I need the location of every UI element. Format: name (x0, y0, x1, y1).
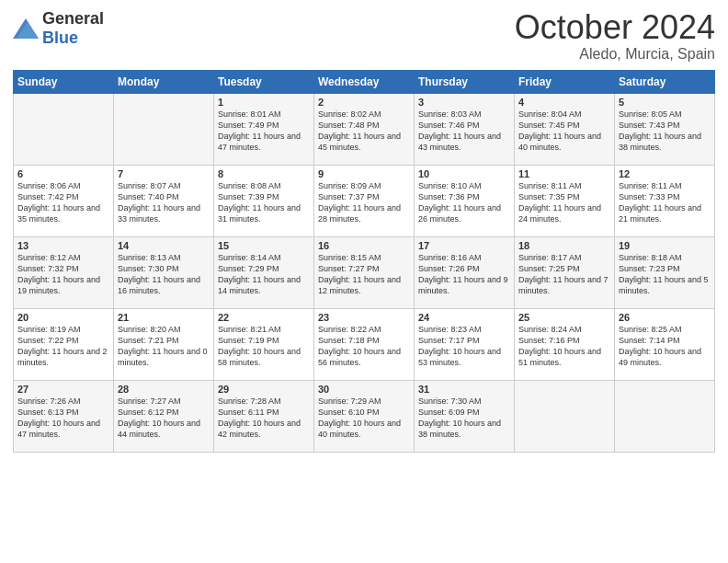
day-number: 19 (619, 240, 711, 251)
day-number: 27 (17, 384, 109, 395)
calendar-week-row: 1Sunrise: 8:01 AM Sunset: 7:49 PM Daylig… (14, 93, 715, 165)
calendar-cell: 29Sunrise: 7:28 AM Sunset: 6:11 PM Dayli… (214, 380, 314, 452)
logo-blue: Blue (42, 29, 78, 47)
day-info: Sunrise: 8:05 AM Sunset: 7:43 PM Dayligh… (619, 109, 711, 154)
day-info: Sunrise: 7:26 AM Sunset: 6:13 PM Dayligh… (17, 396, 109, 441)
day-number: 8 (218, 168, 310, 179)
col-thursday: Thursday (415, 70, 515, 93)
day-number: 23 (318, 312, 410, 323)
day-info: Sunrise: 8:17 AM Sunset: 7:25 PM Dayligh… (518, 252, 610, 297)
calendar-cell: 1Sunrise: 8:01 AM Sunset: 7:49 PM Daylig… (214, 93, 314, 165)
col-friday: Friday (515, 70, 615, 93)
calendar-cell: 22Sunrise: 8:21 AM Sunset: 7:19 PM Dayli… (214, 308, 314, 380)
calendar-cell: 4Sunrise: 8:04 AM Sunset: 7:45 PM Daylig… (515, 93, 615, 165)
calendar-cell: 27Sunrise: 7:26 AM Sunset: 6:13 PM Dayli… (14, 380, 114, 452)
calendar-cell: 6Sunrise: 8:06 AM Sunset: 7:42 PM Daylig… (14, 165, 114, 236)
day-number: 20 (17, 312, 109, 323)
col-saturday: Saturday (615, 70, 715, 93)
calendar-cell: 21Sunrise: 8:20 AM Sunset: 7:21 PM Dayli… (114, 308, 214, 380)
day-info: Sunrise: 8:15 AM Sunset: 7:27 PM Dayligh… (318, 252, 410, 297)
day-number: 3 (418, 97, 510, 108)
calendar-cell: 5Sunrise: 8:05 AM Sunset: 7:43 PM Daylig… (615, 93, 715, 165)
day-number: 18 (518, 240, 610, 251)
calendar-cell: 3Sunrise: 8:03 AM Sunset: 7:46 PM Daylig… (415, 93, 515, 165)
day-info: Sunrise: 8:06 AM Sunset: 7:42 PM Dayligh… (17, 180, 109, 225)
day-info: Sunrise: 8:07 AM Sunset: 7:40 PM Dayligh… (118, 180, 210, 225)
col-sunday: Sunday (14, 70, 114, 93)
day-number: 16 (318, 240, 410, 251)
day-number: 21 (118, 312, 210, 323)
day-number: 13 (17, 240, 109, 251)
col-wednesday: Wednesday (314, 70, 415, 93)
calendar-cell: 26Sunrise: 8:25 AM Sunset: 7:14 PM Dayli… (615, 308, 715, 380)
calendar-week-row: 6Sunrise: 8:06 AM Sunset: 7:42 PM Daylig… (14, 165, 715, 236)
day-number: 11 (518, 168, 610, 179)
location-title: Aledo, Murcia, Spain (515, 46, 715, 63)
day-number: 9 (318, 168, 410, 179)
calendar-cell: 25Sunrise: 8:24 AM Sunset: 7:16 PM Dayli… (515, 308, 615, 380)
page: General Blue October 2024 Aledo, Murcia,… (0, 0, 728, 563)
day-info: Sunrise: 8:25 AM Sunset: 7:14 PM Dayligh… (619, 324, 711, 369)
calendar-week-row: 20Sunrise: 8:19 AM Sunset: 7:22 PM Dayli… (14, 308, 715, 380)
calendar-cell: 10Sunrise: 8:10 AM Sunset: 7:36 PM Dayli… (415, 165, 515, 236)
calendar-cell: 15Sunrise: 8:14 AM Sunset: 7:29 PM Dayli… (214, 236, 314, 308)
calendar-cell: 23Sunrise: 8:22 AM Sunset: 7:18 PM Dayli… (314, 308, 415, 380)
day-info: Sunrise: 8:02 AM Sunset: 7:48 PM Dayligh… (318, 109, 410, 154)
day-number: 7 (118, 168, 210, 179)
calendar-week-row: 27Sunrise: 7:26 AM Sunset: 6:13 PM Dayli… (14, 380, 715, 452)
logo-icon (13, 18, 39, 39)
calendar-cell: 30Sunrise: 7:29 AM Sunset: 6:10 PM Dayli… (314, 380, 415, 452)
calendar-cell (615, 380, 715, 452)
day-number: 12 (619, 168, 711, 179)
day-info: Sunrise: 8:01 AM Sunset: 7:49 PM Dayligh… (218, 109, 310, 154)
day-info: Sunrise: 8:24 AM Sunset: 7:16 PM Dayligh… (518, 324, 610, 369)
calendar-cell: 24Sunrise: 8:23 AM Sunset: 7:17 PM Dayli… (415, 308, 515, 380)
day-number: 24 (418, 312, 510, 323)
day-number: 6 (17, 168, 109, 179)
day-number: 4 (518, 97, 610, 108)
calendar-cell: 28Sunrise: 7:27 AM Sunset: 6:12 PM Dayli… (114, 380, 214, 452)
logo-text: General Blue (42, 9, 104, 48)
day-info: Sunrise: 7:27 AM Sunset: 6:12 PM Dayligh… (118, 396, 210, 441)
day-info: Sunrise: 8:04 AM Sunset: 7:45 PM Dayligh… (518, 109, 610, 154)
day-number: 10 (418, 168, 510, 179)
header: General Blue October 2024 Aledo, Murcia,… (13, 9, 715, 63)
calendar-cell: 31Sunrise: 7:30 AM Sunset: 6:09 PM Dayli… (415, 380, 515, 452)
day-info: Sunrise: 8:03 AM Sunset: 7:46 PM Dayligh… (418, 109, 510, 154)
day-number: 25 (518, 312, 610, 323)
calendar-cell: 12Sunrise: 8:11 AM Sunset: 7:33 PM Dayli… (615, 165, 715, 236)
calendar-cell: 8Sunrise: 8:08 AM Sunset: 7:39 PM Daylig… (214, 165, 314, 236)
day-info: Sunrise: 7:29 AM Sunset: 6:10 PM Dayligh… (318, 396, 410, 441)
day-number: 1 (218, 97, 310, 108)
day-info: Sunrise: 8:18 AM Sunset: 7:23 PM Dayligh… (619, 252, 711, 297)
calendar-cell: 13Sunrise: 8:12 AM Sunset: 7:32 PM Dayli… (14, 236, 114, 308)
day-number: 31 (418, 384, 510, 395)
calendar-cell: 20Sunrise: 8:19 AM Sunset: 7:22 PM Dayli… (14, 308, 114, 380)
day-info: Sunrise: 8:09 AM Sunset: 7:37 PM Dayligh… (318, 180, 410, 225)
day-number: 30 (318, 384, 410, 395)
day-number: 28 (118, 384, 210, 395)
col-monday: Monday (114, 70, 214, 93)
title-block: October 2024 Aledo, Murcia, Spain (515, 9, 715, 63)
calendar-cell: 19Sunrise: 8:18 AM Sunset: 7:23 PM Dayli… (615, 236, 715, 308)
day-info: Sunrise: 8:22 AM Sunset: 7:18 PM Dayligh… (318, 324, 410, 369)
logo: General Blue (13, 9, 104, 48)
day-info: Sunrise: 8:13 AM Sunset: 7:30 PM Dayligh… (118, 252, 210, 297)
day-info: Sunrise: 8:19 AM Sunset: 7:22 PM Dayligh… (17, 324, 109, 369)
calendar-cell (14, 93, 114, 165)
month-title: October 2024 (515, 9, 715, 46)
calendar-cell: 17Sunrise: 8:16 AM Sunset: 7:26 PM Dayli… (415, 236, 515, 308)
day-info: Sunrise: 7:30 AM Sunset: 6:09 PM Dayligh… (418, 396, 510, 441)
col-tuesday: Tuesday (214, 70, 314, 93)
day-number: 26 (619, 312, 711, 323)
calendar-cell: 16Sunrise: 8:15 AM Sunset: 7:27 PM Dayli… (314, 236, 415, 308)
day-info: Sunrise: 8:08 AM Sunset: 7:39 PM Dayligh… (218, 180, 310, 225)
day-number: 2 (318, 97, 410, 108)
calendar-cell: 7Sunrise: 8:07 AM Sunset: 7:40 PM Daylig… (114, 165, 214, 236)
calendar-cell (515, 380, 615, 452)
day-info: Sunrise: 8:14 AM Sunset: 7:29 PM Dayligh… (218, 252, 310, 297)
calendar-cell: 9Sunrise: 8:09 AM Sunset: 7:37 PM Daylig… (314, 165, 415, 236)
header-row: Sunday Monday Tuesday Wednesday Thursday… (14, 70, 715, 93)
day-number: 17 (418, 240, 510, 251)
day-info: Sunrise: 8:16 AM Sunset: 7:26 PM Dayligh… (418, 252, 510, 297)
